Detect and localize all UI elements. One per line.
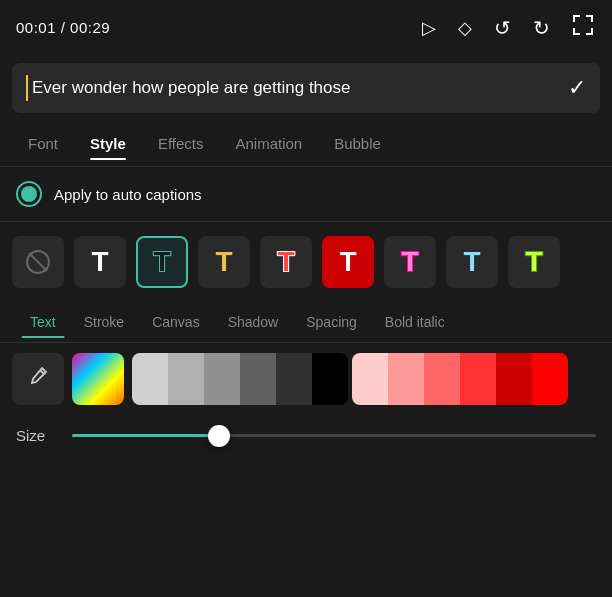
- color-tab-bold-italic[interactable]: Bold italic: [371, 306, 459, 338]
- size-slider-thumb[interactable]: [208, 425, 230, 447]
- play-icon: ▷: [422, 17, 436, 39]
- color-swatch-gray3[interactable]: [204, 353, 240, 405]
- undo-icon: ↺: [494, 16, 511, 40]
- color-swatch-red1[interactable]: [352, 353, 388, 405]
- color-tab-text[interactable]: Text: [16, 306, 70, 338]
- style-plain[interactable]: T: [74, 236, 126, 288]
- style-red-outline[interactable]: T: [260, 236, 312, 288]
- diamond-icon: ◇: [458, 17, 472, 39]
- auto-captions-label: Apply to auto captions: [54, 186, 202, 203]
- color-swatch-gray2[interactable]: [168, 353, 204, 405]
- style-none[interactable]: [12, 236, 64, 288]
- color-swatch-gray1[interactable]: [132, 353, 168, 405]
- style-blue[interactable]: T: [446, 236, 498, 288]
- fullscreen-button[interactable]: [570, 12, 596, 43]
- undo-button[interactable]: ↺: [492, 14, 513, 42]
- color-tab-spacing[interactable]: Spacing: [292, 306, 371, 338]
- color-swatch-red2[interactable]: [388, 353, 424, 405]
- tab-bar: Font Style Effects Animation Bubble: [0, 121, 612, 167]
- toggle-inner: [21, 186, 37, 202]
- keyframe-button[interactable]: ◇: [456, 15, 474, 41]
- auto-captions-row[interactable]: Apply to auto captions: [0, 167, 612, 222]
- style-options-row: T T T T T T T T: [0, 222, 612, 302]
- top-icons: ▷ ◇ ↺ ↻: [420, 12, 596, 43]
- tab-animation[interactable]: Animation: [223, 127, 314, 160]
- color-swatch-black[interactable]: [312, 353, 348, 405]
- color-swatch-red5[interactable]: [496, 353, 532, 405]
- color-swatch-red3[interactable]: [424, 353, 460, 405]
- svg-line-1: [29, 253, 47, 271]
- size-slider-fill: [72, 434, 219, 437]
- no-style-icon: [24, 248, 52, 276]
- color-tab-stroke[interactable]: Stroke: [70, 306, 138, 338]
- tab-style[interactable]: Style: [78, 127, 138, 160]
- auto-captions-toggle[interactable]: [16, 181, 42, 207]
- redo-button[interactable]: ↻: [531, 14, 552, 42]
- style-fill-red[interactable]: T: [322, 236, 374, 288]
- size-label: Size: [16, 427, 56, 444]
- style-yellow[interactable]: T: [198, 236, 250, 288]
- top-bar: 00:01 / 00:29 ▷ ◇ ↺ ↻: [0, 0, 612, 55]
- check-icon: ✓: [568, 75, 586, 100]
- size-slider-track[interactable]: [72, 434, 596, 437]
- color-tab-canvas[interactable]: Canvas: [138, 306, 213, 338]
- style-green[interactable]: T: [508, 236, 560, 288]
- time-display: 00:01 / 00:29: [16, 19, 110, 36]
- text-content: Ever wonder how people are getting those: [32, 78, 558, 98]
- color-swatch-red4[interactable]: [460, 353, 496, 405]
- redo-icon: ↻: [533, 16, 550, 40]
- play-button[interactable]: ▷: [420, 15, 438, 41]
- text-input-area[interactable]: Ever wonder how people are getting those…: [12, 63, 600, 113]
- eyedropper-button[interactable]: [12, 353, 64, 405]
- time-separator: /: [61, 19, 66, 36]
- confirm-button[interactable]: ✓: [568, 75, 586, 101]
- text-cursor: [26, 75, 28, 101]
- fullscreen-icon: [572, 14, 594, 41]
- tab-font[interactable]: Font: [16, 127, 70, 160]
- tab-effects[interactable]: Effects: [146, 127, 216, 160]
- size-row: Size: [0, 415, 612, 456]
- color-tab-bar: Text Stroke Canvas Shadow Spacing Bold i…: [0, 302, 612, 343]
- tab-bubble[interactable]: Bubble: [322, 127, 393, 160]
- style-pink[interactable]: T: [384, 236, 436, 288]
- eyedropper-icon: [27, 365, 49, 393]
- color-swatch-red6[interactable]: [532, 353, 568, 405]
- color-swatches-row: [0, 343, 612, 415]
- style-outline[interactable]: T: [136, 236, 188, 288]
- current-time: 00:01: [16, 19, 56, 36]
- color-swatch-gray4[interactable]: [240, 353, 276, 405]
- gradient-swatch[interactable]: [72, 353, 124, 405]
- color-tab-shadow[interactable]: Shadow: [214, 306, 293, 338]
- total-time: 00:29: [70, 19, 110, 36]
- color-swatch-gray5[interactable]: [276, 353, 312, 405]
